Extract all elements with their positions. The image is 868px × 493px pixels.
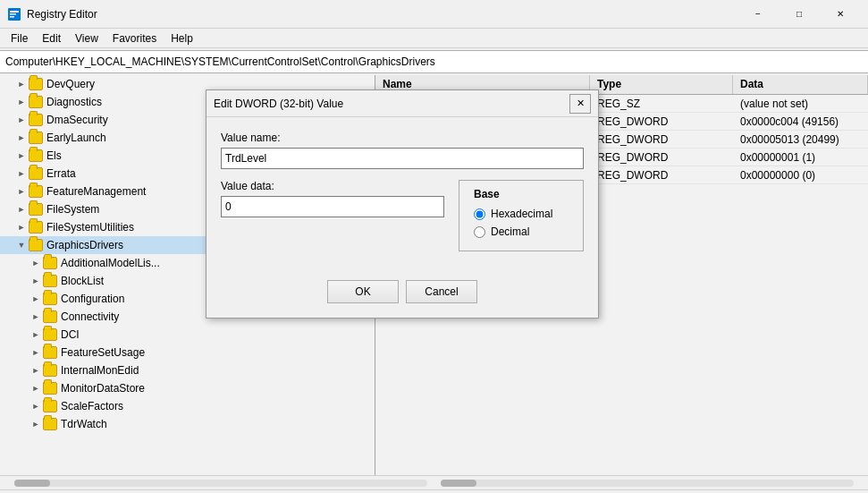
- value-name-input[interactable]: [221, 148, 584, 169]
- horizontal-scrollbar[interactable]: [0, 475, 868, 489]
- scroll-track-left: [14, 480, 427, 487]
- menu-item-view[interactable]: View: [68, 30, 105, 47]
- dec-radio[interactable]: [474, 226, 485, 238]
- scroll-track-right: [441, 480, 854, 487]
- maximize-button[interactable]: □: [779, 0, 820, 29]
- title-bar: Registry Editor − □ ✕: [0, 0, 868, 29]
- menu-item-file[interactable]: File: [4, 30, 35, 47]
- hex-radio-row[interactable]: Hexadecimal: [474, 208, 569, 220]
- svg-rect-2: [10, 13, 16, 15]
- value-name-label: Value name:: [221, 132, 584, 144]
- dialog-title: Edit DWORD (32-bit) Value: [214, 98, 569, 110]
- title-bar-controls: − □ ✕: [737, 0, 861, 29]
- svg-rect-1: [10, 11, 19, 13]
- base-group: Base Hexadecimal Decimal: [459, 180, 584, 251]
- svg-rect-3: [10, 16, 14, 18]
- dec-label: Decimal: [491, 225, 529, 238]
- dialog-footer: OK Cancel: [206, 280, 598, 318]
- address-path: Computer\HKEY_LOCAL_MACHINE\SYSTEM\Curre…: [5, 55, 863, 68]
- scroll-thumb-left[interactable]: [14, 480, 50, 487]
- minimize-button[interactable]: −: [737, 0, 779, 29]
- dialog-row: Value data: Base Hexadecimal Decimal: [221, 180, 584, 251]
- base-label: Base: [474, 188, 569, 200]
- menu-item-favorites[interactable]: Favorites: [105, 30, 164, 47]
- address-bar: Computer\HKEY_LOCAL_MACHINE\SYSTEM\Curre…: [0, 50, 868, 73]
- value-data-col: Value data:: [221, 180, 444, 251]
- hex-label: Hexadecimal: [491, 208, 552, 220]
- hex-radio[interactable]: [474, 208, 485, 220]
- ok-button[interactable]: OK: [327, 280, 399, 303]
- menu-item-help[interactable]: Help: [164, 30, 200, 47]
- dec-radio-row[interactable]: Decimal: [474, 225, 569, 238]
- app-icon: [7, 7, 21, 21]
- dialog-close-button[interactable]: ✕: [569, 94, 591, 114]
- edit-dword-dialog: Edit DWORD (32-bit) Value ✕ Value name: …: [206, 89, 599, 319]
- status-bar: [0, 489, 868, 493]
- menu-bar: FileEditViewFavoritesHelp: [0, 29, 868, 48]
- value-data-input[interactable]: [221, 196, 444, 217]
- scroll-thumb-right[interactable]: [441, 480, 476, 487]
- dialog-title-bar: Edit DWORD (32-bit) Value ✕: [206, 90, 598, 117]
- cancel-button[interactable]: Cancel: [406, 280, 477, 303]
- close-button[interactable]: ✕: [820, 0, 861, 29]
- value-data-label: Value data:: [221, 180, 444, 192]
- title-bar-text: Registry Editor: [27, 8, 737, 21]
- menu-item-edit[interactable]: Edit: [35, 30, 68, 47]
- dialog-body: Value name: Value data: Base Hexadecimal…: [206, 117, 598, 280]
